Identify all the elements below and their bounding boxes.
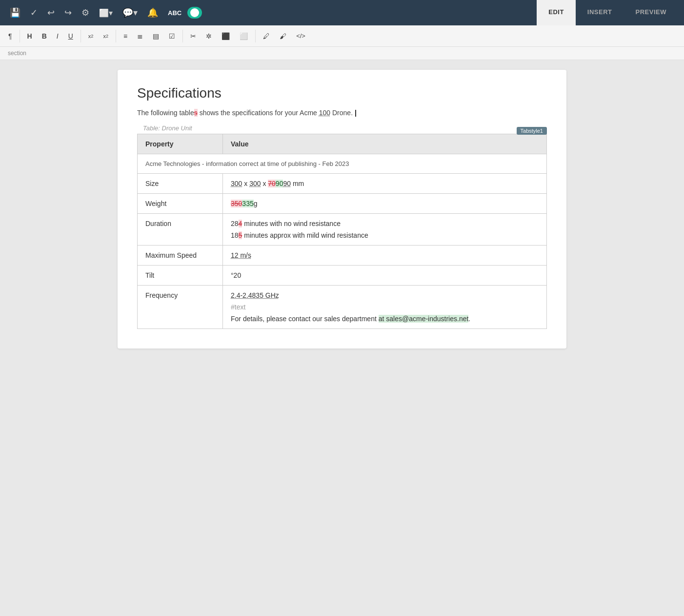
val-weight: 350335g [223, 194, 547, 214]
speed-link[interactable]: 12 m/s [231, 251, 251, 259]
cursor [355, 110, 356, 117]
table-label: Table: Drone Unit [143, 124, 547, 132]
prop-size: Size [138, 174, 223, 194]
table-wrapper: Tabstyle1 Property Value Acme Technologi… [137, 134, 547, 329]
val-tilt: °20 [223, 266, 547, 286]
duration-line2: 185 minutes approx with mild wind resist… [231, 231, 539, 239]
tracked-del-70: 70 [268, 180, 276, 187]
tracked-ins-335: 335 [242, 200, 253, 207]
size-link1[interactable]: 300 [231, 180, 242, 187]
paragraph-btn[interactable]: ¶ [4, 30, 17, 42]
code-btn[interactable]: </> [292, 30, 310, 42]
table-row: Frequency 2.4-2.4835 GHz #text For detai… [138, 286, 547, 329]
superscript-btn[interactable]: x2 [84, 31, 98, 41]
unordered-list-btn[interactable]: ≡ [119, 30, 132, 42]
table-row: Acme Technologies - information correct … [138, 154, 547, 174]
table-row: Size 300 x 300 x 709090 mm [138, 174, 547, 194]
align-btn[interactable]: ▤ [148, 30, 163, 42]
tab-preview[interactable]: PREVIEW [624, 0, 678, 25]
check-icon[interactable]: ✓ [26, 4, 41, 21]
page-title: Specifications [137, 85, 547, 101]
eraser-btn[interactable]: 🖊 [259, 30, 274, 42]
undo-icon[interactable]: ↩ [43, 4, 59, 21]
tab-insert[interactable]: INSERT [576, 0, 624, 25]
prop-duration: Duration [138, 214, 223, 246]
tab-edit[interactable]: EDIT [537, 0, 576, 25]
tracked-del-4: 4 [239, 220, 242, 227]
comment-icon[interactable]: 💬▾ [119, 4, 141, 21]
toggle-knob [190, 8, 199, 17]
tracked-del-5: 5 [239, 231, 242, 239]
paint-btn[interactable]: 🖌 [275, 30, 291, 42]
underline-btn[interactable]: U [64, 30, 78, 42]
bold-btn[interactable]: B [38, 30, 51, 42]
scissors-btn[interactable]: ✲ [201, 30, 216, 42]
indent-btn[interactable]: ⬛ [217, 30, 234, 42]
outdent-btn[interactable]: ⬜ [235, 30, 252, 42]
acme-link[interactable]: 100 [319, 109, 330, 117]
settings-icon[interactable]: ⚙ [78, 4, 93, 21]
val-frequency: 2.4-2.4835 GHz #text For details, please… [223, 286, 547, 329]
tracked-ins-90: 90 [276, 180, 283, 187]
spell-check-icon[interactable]: ABC [164, 6, 185, 20]
col-property: Property [138, 134, 223, 154]
prop-frequency: Frequency [138, 286, 223, 329]
cut-btn[interactable]: ✂ [186, 30, 201, 42]
table-row: Maximum Speed 12 m/s [138, 246, 547, 266]
ordered-list-btn[interactable]: ≣ [133, 30, 147, 42]
subscript-btn[interactable]: x2 [99, 31, 113, 41]
italic-btn[interactable]: I [52, 30, 63, 42]
checkbox-btn[interactable]: ☑ [164, 30, 180, 42]
duration-line1: 284 minutes with no wind resistance [231, 220, 539, 227]
intro-paragraph: The following tables shows the specifica… [137, 109, 547, 117]
freq-placeholder: #text [231, 303, 245, 311]
toggle-switch[interactable] [187, 7, 202, 19]
tabstyle-badge: Tabstyle1 [517, 127, 547, 135]
prop-tilt: Tilt [138, 266, 223, 286]
tracked-del-s: s [194, 109, 198, 117]
val-size: 300 x 300 x 709090 mm [223, 174, 547, 194]
val-max-speed: 12 m/s [223, 246, 547, 266]
frequency-line3: For details, please contact our sales de… [231, 315, 539, 323]
table-row: Weight 350335g [138, 194, 547, 214]
table-row: Tilt °20 [138, 266, 547, 286]
content-area: Specifications The following tables show… [0, 60, 684, 358]
format-toolbar: ¶ H B I U x2 x2 ≡ ≣ ▤ ☑ ✂ ✲ ⬛ ⬜ 🖊 🖌 </> [0, 25, 684, 47]
heading-btn[interactable]: H [23, 30, 37, 42]
size-link3[interactable]: 90 [283, 180, 291, 187]
size-link2[interactable]: 300 [249, 180, 261, 187]
top-toolbar: 💾 ✓ ↩ ↪ ⚙ ⬜▾ 💬▾ 🔔 ABC EDIT INSERT PREVIE… [0, 0, 684, 25]
breadcrumb: section [0, 47, 684, 60]
freq-link[interactable]: 2.4-2.4835 GHz [231, 291, 279, 299]
table-row: Duration 284 minutes with no wind resist… [138, 214, 547, 246]
email-highlight: at sales@acme-industries.net [379, 315, 469, 323]
bell-icon[interactable]: 🔔 [143, 4, 162, 21]
redo-icon[interactable]: ↪ [60, 4, 76, 21]
frequency-line1: 2.4-2.4835 GHz [231, 291, 539, 299]
mode-tabs: EDIT INSERT PREVIEW [537, 0, 678, 25]
save-icon[interactable]: 💾 [6, 4, 24, 21]
frequency-line2: #text [231, 303, 539, 311]
layout-icon[interactable]: ⬜▾ [95, 5, 117, 21]
full-row-cell: Acme Technologies - information correct … [138, 154, 547, 174]
table-header-row: Property Value [138, 134, 547, 154]
col-value: Value [223, 134, 547, 154]
editor-card: Specifications The following tables show… [118, 70, 566, 349]
tracked-del-350: 350 [231, 200, 242, 207]
prop-weight: Weight [138, 194, 223, 214]
val-duration: 284 minutes with no wind resistance 185 … [223, 214, 547, 246]
prop-max-speed: Maximum Speed [138, 246, 223, 266]
spec-table: Property Value Acme Technologies - infor… [137, 134, 547, 329]
